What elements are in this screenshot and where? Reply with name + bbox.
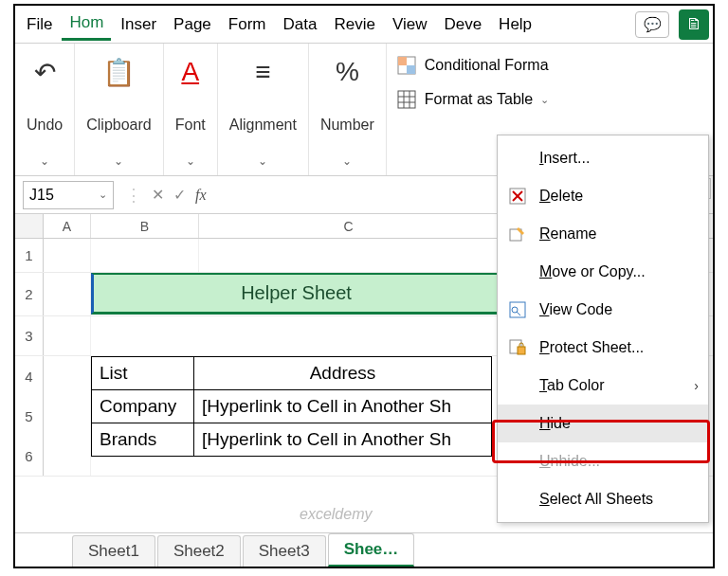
ribbon-font-group[interactable]: A Font ⌄: [164, 44, 218, 175]
blank-icon: [507, 375, 528, 396]
conditional-format-icon: [396, 55, 417, 76]
lock-icon: [507, 337, 528, 358]
percent-icon: %: [336, 53, 359, 91]
cancel-icon[interactable]: ✕: [152, 186, 164, 204]
ctx-label: Select All Sheets: [539, 491, 699, 508]
chevron-down-icon: ⌄: [186, 154, 195, 168]
blank-icon: [507, 261, 528, 282]
sheet-tab-4[interactable]: Shee…: [328, 533, 415, 567]
cell[interactable]: Brands: [92, 423, 194, 457]
cell[interactable]: [44, 356, 91, 476]
col-header-b[interactable]: B: [91, 214, 199, 238]
ctx-tab-color[interactable]: Tab Color ›: [498, 367, 708, 405]
ctx-label: Insert...: [539, 150, 699, 167]
conditional-format-label: Conditional Forma: [425, 57, 549, 74]
menu-review[interactable]: Revie: [326, 9, 382, 40]
ribbon-undo-label: Undo: [27, 117, 63, 134]
format-as-table-button[interactable]: Format as Table ⌄: [391, 85, 555, 114]
table-header-address[interactable]: Address: [194, 357, 492, 390]
ctx-label: Rename: [539, 225, 699, 243]
ribbon-align-label: Alignment: [229, 117, 297, 134]
conditional-formatting-button[interactable]: Conditional Forma: [391, 51, 555, 80]
chevron-down-icon: ⌄: [114, 154, 123, 168]
svg-rect-16: [518, 347, 525, 354]
ribbon-number-label: Number: [320, 117, 374, 134]
sheet-tab-context-menu: Insert... Delete Rename Move or Copy... …: [497, 135, 709, 523]
cell[interactable]: [199, 239, 499, 272]
menu-insert[interactable]: Inser: [113, 9, 164, 40]
ctx-view-code[interactable]: View Code: [498, 291, 708, 329]
row-header-6[interactable]: 6: [15, 436, 44, 476]
code-icon: [507, 299, 528, 320]
col-header-c[interactable]: C: [199, 214, 499, 238]
ctx-label: Protect Sheet...: [539, 339, 699, 356]
cell[interactable]: Company: [92, 390, 194, 423]
ctx-label: Delete: [539, 188, 699, 205]
sheet-tab-2[interactable]: Sheet2: [157, 535, 241, 567]
svg-rect-1: [398, 57, 407, 65]
row-header-5[interactable]: 5: [15, 396, 44, 436]
table-row: Brands [Hyperlink to Cell in Another Sh: [92, 423, 492, 457]
row-header-4[interactable]: 4: [15, 356, 44, 396]
chevron-down-icon: ⌄: [40, 154, 49, 168]
sheet-tab-1[interactable]: Sheet1: [72, 535, 155, 567]
menu-home[interactable]: Hom: [62, 8, 111, 41]
blank-icon: [507, 451, 528, 472]
cell[interactable]: [Hyperlink to Cell in Another Sh: [194, 390, 492, 423]
comments-button[interactable]: 💬: [635, 11, 669, 38]
ctx-insert[interactable]: Insert...: [498, 139, 708, 177]
chevron-down-icon: ⌄: [540, 94, 549, 106]
menu-data[interactable]: Data: [275, 9, 324, 40]
sheet-tab-bar: Sheet1 Sheet2 Sheet3 Shee…: [15, 532, 713, 567]
select-all-corner[interactable]: [15, 214, 44, 238]
row-header-1[interactable]: 1: [15, 239, 44, 272]
cell[interactable]: [44, 316, 91, 355]
row-header-3[interactable]: 3: [15, 316, 44, 355]
ribbon-undo-group[interactable]: ↶ Undo ⌄: [15, 44, 75, 175]
cell[interactable]: [44, 239, 91, 272]
svg-rect-3: [398, 91, 415, 108]
comment-icon: 💬: [644, 16, 662, 33]
svg-rect-2: [407, 65, 415, 74]
cell[interactable]: [91, 316, 499, 355]
cell[interactable]: [91, 239, 199, 272]
menu-view[interactable]: View: [385, 9, 435, 40]
blank-icon: [507, 489, 528, 510]
menu-formulas[interactable]: Form: [221, 9, 274, 40]
ribbon-number-group[interactable]: % Number ⌄: [309, 44, 387, 175]
row-header-2[interactable]: 2: [15, 273, 44, 315]
table-icon: [396, 89, 417, 110]
sheet-tab-3[interactable]: Sheet3: [243, 535, 326, 567]
menu-developer[interactable]: Deve: [436, 9, 489, 40]
blank-icon: [507, 148, 528, 169]
menu-file[interactable]: File: [19, 9, 60, 40]
ctx-hide[interactable]: Hide: [498, 405, 708, 442]
name-box[interactable]: J15 ⌄: [23, 181, 114, 209]
enter-icon[interactable]: ✓: [173, 186, 186, 204]
ribbon-clipboard-group[interactable]: 📋 Clipboard ⌄: [75, 44, 163, 175]
ribbon-font-label: Font: [175, 117, 206, 134]
ctx-rename[interactable]: Rename: [498, 215, 708, 253]
col-header-a[interactable]: A: [44, 214, 91, 238]
data-table: List Address Company [Hyperlink to Cell …: [91, 356, 492, 457]
watermark: exceldemy: [300, 506, 372, 523]
cell[interactable]: [44, 273, 91, 315]
ctx-label: Unhide...: [539, 453, 699, 470]
delete-icon: [507, 186, 528, 207]
cell[interactable]: [Hyperlink to Cell in Another Sh: [194, 423, 492, 457]
ctx-label: Move or Copy...: [539, 263, 699, 280]
ctx-move-copy[interactable]: Move or Copy...: [498, 253, 708, 291]
ribbon-alignment-group[interactable]: ≡ Alignment ⌄: [218, 44, 309, 175]
ctx-protect-sheet[interactable]: Protect Sheet...: [498, 329, 708, 367]
blank-icon: [507, 413, 528, 434]
ctx-label: Tab Color: [539, 377, 682, 394]
ctx-select-all-sheets[interactable]: Select All Sheets: [498, 480, 708, 518]
table-header-list[interactable]: List: [92, 357, 194, 390]
helper-sheet-header[interactable]: Helper Sheet: [91, 273, 499, 315]
menu-page[interactable]: Page: [166, 9, 219, 40]
format-table-label: Format as Table: [425, 91, 533, 108]
share-button[interactable]: 🗎: [679, 9, 709, 40]
fx-icon[interactable]: fx: [195, 187, 207, 204]
ctx-delete[interactable]: Delete: [498, 177, 708, 215]
menu-help[interactable]: Help: [491, 9, 539, 40]
